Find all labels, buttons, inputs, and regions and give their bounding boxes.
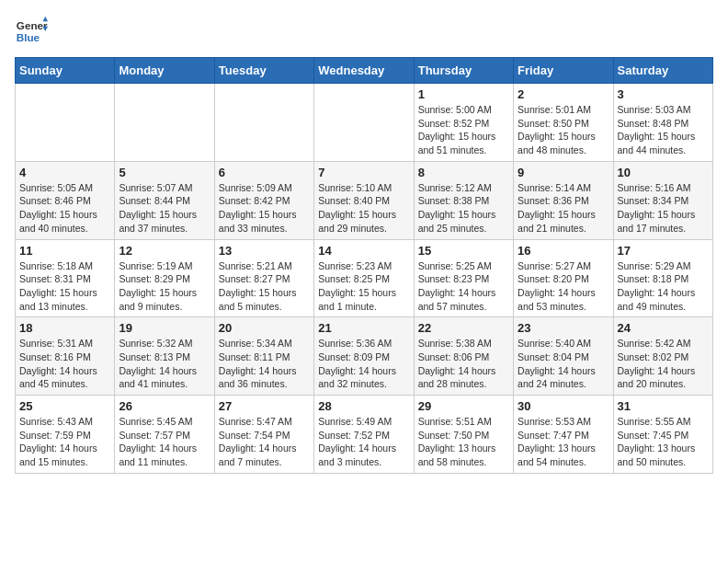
day-number: 21 <box>318 321 409 335</box>
day-number: 6 <box>219 166 310 179</box>
calendar-cell: 2Sunrise: 5:01 AMSunset: 8:50 PMDaylight… <box>514 84 613 162</box>
calendar-cell: 17Sunrise: 5:29 AMSunset: 8:18 PMDayligh… <box>613 239 712 317</box>
calendar-table: SundayMondayTuesdayWednesdayThursdayFrid… <box>15 57 713 474</box>
day-number: 17 <box>618 244 709 258</box>
day-info: Sunrise: 5:32 AMSunset: 8:13 PMDaylight:… <box>119 337 210 391</box>
calendar-cell: 21Sunrise: 5:36 AMSunset: 8:09 PMDayligh… <box>314 317 414 396</box>
calendar-cell: 25Sunrise: 5:43 AMSunset: 7:59 PMDayligh… <box>16 396 115 474</box>
calendar-cell: 16Sunrise: 5:27 AMSunset: 8:20 PMDayligh… <box>514 239 613 317</box>
weekday-header-friday: Friday <box>514 58 613 84</box>
calendar-cell: 26Sunrise: 5:45 AMSunset: 7:57 PMDayligh… <box>115 396 214 474</box>
calendar-cell: 19Sunrise: 5:32 AMSunset: 8:13 PMDayligh… <box>115 317 214 396</box>
day-info: Sunrise: 5:45 AMSunset: 7:57 PMDaylight:… <box>119 415 210 469</box>
day-number: 31 <box>618 399 709 413</box>
day-number: 10 <box>618 166 709 179</box>
day-info: Sunrise: 5:31 AMSunset: 8:16 PMDaylight:… <box>19 337 110 391</box>
weekday-header-sunday: Sunday <box>16 58 115 84</box>
calendar-cell: 22Sunrise: 5:38 AMSunset: 8:06 PMDayligh… <box>414 317 513 396</box>
day-number: 16 <box>518 244 609 258</box>
day-info: Sunrise: 5:55 AMSunset: 7:45 PMDaylight:… <box>618 415 709 469</box>
day-number: 1 <box>418 87 509 101</box>
day-info: Sunrise: 5:03 AMSunset: 8:48 PMDaylight:… <box>618 103 709 157</box>
day-number: 5 <box>119 166 210 179</box>
calendar-cell: 4Sunrise: 5:05 AMSunset: 8:46 PMDaylight… <box>16 161 115 239</box>
calendar-cell <box>214 84 313 162</box>
calendar-cell: 10Sunrise: 5:16 AMSunset: 8:34 PMDayligh… <box>613 161 712 239</box>
calendar-week-1: 1Sunrise: 5:00 AMSunset: 8:52 PMDaylight… <box>16 84 713 162</box>
weekday-header-monday: Monday <box>115 58 214 84</box>
day-info: Sunrise: 5:42 AMSunset: 8:02 PMDaylight:… <box>618 337 709 391</box>
day-info: Sunrise: 5:10 AMSunset: 8:40 PMDaylight:… <box>318 181 409 236</box>
day-number: 2 <box>518 87 609 101</box>
calendar-cell: 5Sunrise: 5:07 AMSunset: 8:44 PMDaylight… <box>115 161 214 239</box>
calendar-cell: 13Sunrise: 5:21 AMSunset: 8:27 PMDayligh… <box>214 239 313 317</box>
day-info: Sunrise: 5:38 AMSunset: 8:06 PMDaylight:… <box>418 337 509 391</box>
calendar-week-3: 11Sunrise: 5:18 AMSunset: 8:31 PMDayligh… <box>16 239 713 317</box>
day-number: 26 <box>119 399 210 413</box>
day-number: 11 <box>19 244 110 258</box>
calendar-cell: 31Sunrise: 5:55 AMSunset: 7:45 PMDayligh… <box>613 396 712 474</box>
calendar-cell: 27Sunrise: 5:47 AMSunset: 7:54 PMDayligh… <box>214 396 313 474</box>
logo: General Blue <box>15 15 48 48</box>
logo-icon: General Blue <box>15 15 48 48</box>
weekday-header-tuesday: Tuesday <box>214 58 313 84</box>
day-number: 25 <box>19 399 110 413</box>
day-number: 24 <box>618 321 709 335</box>
day-info: Sunrise: 5:34 AMSunset: 8:11 PMDaylight:… <box>219 337 310 391</box>
calendar-week-2: 4Sunrise: 5:05 AMSunset: 8:46 PMDaylight… <box>16 161 713 239</box>
calendar-cell: 28Sunrise: 5:49 AMSunset: 7:52 PMDayligh… <box>314 396 414 474</box>
calendar-cell: 11Sunrise: 5:18 AMSunset: 8:31 PMDayligh… <box>16 239 115 317</box>
calendar-cell: 23Sunrise: 5:40 AMSunset: 8:04 PMDayligh… <box>514 317 613 396</box>
day-number: 28 <box>318 399 409 413</box>
svg-text:Blue: Blue <box>17 31 40 43</box>
day-number: 9 <box>518 166 609 179</box>
day-info: Sunrise: 5:01 AMSunset: 8:50 PMDaylight:… <box>518 103 609 157</box>
day-info: Sunrise: 5:36 AMSunset: 8:09 PMDaylight:… <box>318 337 409 391</box>
calendar-cell: 9Sunrise: 5:14 AMSunset: 8:36 PMDaylight… <box>514 161 613 239</box>
calendar-cell: 8Sunrise: 5:12 AMSunset: 8:38 PMDaylight… <box>414 161 513 239</box>
day-info: Sunrise: 5:21 AMSunset: 8:27 PMDaylight:… <box>219 259 310 314</box>
day-number: 19 <box>119 321 210 335</box>
calendar-cell: 3Sunrise: 5:03 AMSunset: 8:48 PMDaylight… <box>613 84 712 162</box>
day-number: 22 <box>418 321 509 335</box>
day-info: Sunrise: 5:09 AMSunset: 8:42 PMDaylight:… <box>219 181 310 236</box>
day-info: Sunrise: 5:49 AMSunset: 7:52 PMDaylight:… <box>318 415 409 469</box>
day-info: Sunrise: 5:16 AMSunset: 8:34 PMDaylight:… <box>618 181 709 236</box>
weekday-header-row: SundayMondayTuesdayWednesdayThursdayFrid… <box>16 58 713 84</box>
calendar-cell <box>314 84 414 162</box>
calendar-cell: 12Sunrise: 5:19 AMSunset: 8:29 PMDayligh… <box>115 239 214 317</box>
day-info: Sunrise: 5:18 AMSunset: 8:31 PMDaylight:… <box>19 259 110 314</box>
day-info: Sunrise: 5:51 AMSunset: 7:50 PMDaylight:… <box>418 415 509 469</box>
day-info: Sunrise: 5:14 AMSunset: 8:36 PMDaylight:… <box>518 181 609 236</box>
day-number: 27 <box>219 399 310 413</box>
day-info: Sunrise: 5:25 AMSunset: 8:23 PMDaylight:… <box>418 259 509 314</box>
day-info: Sunrise: 5:07 AMSunset: 8:44 PMDaylight:… <box>119 181 210 236</box>
day-number: 23 <box>518 321 609 335</box>
day-number: 13 <box>219 244 310 258</box>
calendar-cell: 14Sunrise: 5:23 AMSunset: 8:25 PMDayligh… <box>314 239 414 317</box>
calendar-cell: 29Sunrise: 5:51 AMSunset: 7:50 PMDayligh… <box>414 396 513 474</box>
day-number: 12 <box>119 244 210 258</box>
calendar-week-5: 25Sunrise: 5:43 AMSunset: 7:59 PMDayligh… <box>16 396 713 474</box>
day-number: 4 <box>19 166 110 179</box>
day-info: Sunrise: 5:05 AMSunset: 8:46 PMDaylight:… <box>19 181 110 236</box>
calendar-cell: 18Sunrise: 5:31 AMSunset: 8:16 PMDayligh… <box>16 317 115 396</box>
calendar-cell <box>16 84 115 162</box>
day-info: Sunrise: 5:47 AMSunset: 7:54 PMDaylight:… <box>219 415 310 469</box>
day-info: Sunrise: 5:23 AMSunset: 8:25 PMDaylight:… <box>318 259 409 314</box>
day-info: Sunrise: 5:00 AMSunset: 8:52 PMDaylight:… <box>418 103 509 157</box>
calendar-cell: 20Sunrise: 5:34 AMSunset: 8:11 PMDayligh… <box>214 317 313 396</box>
day-number: 7 <box>318 166 409 179</box>
calendar-cell: 24Sunrise: 5:42 AMSunset: 8:02 PMDayligh… <box>613 317 712 396</box>
calendar-week-4: 18Sunrise: 5:31 AMSunset: 8:16 PMDayligh… <box>16 317 713 396</box>
day-info: Sunrise: 5:43 AMSunset: 7:59 PMDaylight:… <box>19 415 110 469</box>
calendar-cell: 1Sunrise: 5:00 AMSunset: 8:52 PMDaylight… <box>414 84 513 162</box>
page-header: General Blue <box>15 15 713 48</box>
day-number: 15 <box>418 244 509 258</box>
day-info: Sunrise: 5:12 AMSunset: 8:38 PMDaylight:… <box>418 181 509 236</box>
day-info: Sunrise: 5:40 AMSunset: 8:04 PMDaylight:… <box>518 337 609 391</box>
day-number: 29 <box>418 399 509 413</box>
calendar-cell <box>115 84 214 162</box>
day-number: 20 <box>219 321 310 335</box>
weekday-header-saturday: Saturday <box>613 58 712 84</box>
